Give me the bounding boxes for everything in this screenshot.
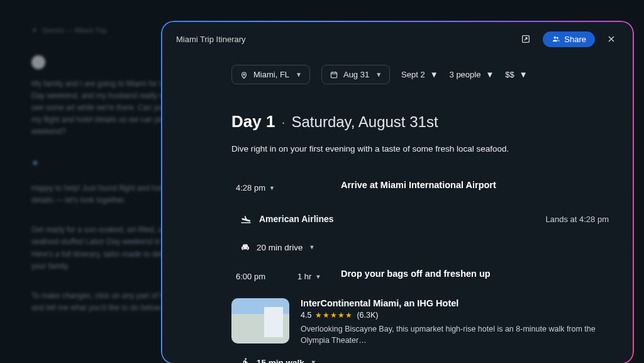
hotel-thumbnail — [231, 298, 289, 343]
share-button[interactable]: Share — [543, 31, 595, 47]
hotel-description: Overlooking Biscayne Bay, this upmarket … — [301, 323, 602, 346]
hotel-rating: 4.5 ★★★★★ (6.3K) — [301, 311, 609, 320]
calendar-icon — [330, 70, 338, 79]
hotel-name: InterContinental Miami, an IHG Hotel — [301, 298, 609, 308]
location-chip[interactable]: Miami, FL ▼ — [231, 65, 310, 84]
panel-actions: Share — [518, 31, 619, 47]
bg-avatar — [31, 55, 45, 69]
airline-row[interactable]: American Airlines Lands at 4:28 pm — [231, 209, 609, 228]
chevron-down-icon: ▼ — [315, 274, 321, 280]
drive-row[interactable]: 20 min drive ▼ — [231, 240, 609, 255]
svg-point-3 — [243, 74, 245, 75]
flight-land-icon — [240, 213, 252, 225]
walk-icon — [240, 357, 250, 363]
pin-icon — [240, 70, 248, 79]
budget-chip[interactable]: $$ ▼ — [505, 70, 527, 79]
svg-rect-4 — [331, 72, 336, 77]
itinerary-row-arrive: 4:28 pm ▼ Arrive at Miami International … — [231, 180, 609, 196]
day-label: Day 1 — [231, 112, 275, 131]
day-date: Saturday, August 31st — [292, 113, 438, 131]
bags-duration: 1 hr — [297, 272, 311, 281]
drive-label: 20 min drive — [257, 243, 303, 252]
arrive-time-chip[interactable]: 4:28 pm ▼ — [231, 180, 279, 196]
chevron-down-icon: ▼ — [269, 185, 275, 191]
car-icon — [240, 242, 250, 252]
itinerary-panel: Miami Trip Itinerary Share — [162, 22, 633, 363]
arrive-title: Arrive at Miami International Airport — [341, 180, 496, 190]
chevron-down-icon: ▼ — [309, 244, 315, 250]
dot-separator: · — [281, 114, 285, 131]
chevron-down-icon: ▼ — [430, 70, 438, 79]
people-chip[interactable]: 3 people ▼ — [450, 70, 494, 79]
location-label: Miami, FL — [253, 70, 289, 79]
day-heading: Day 1 · Saturday, August 31st — [231, 112, 609, 131]
chevron-down-icon: ▼ — [519, 70, 528, 79]
budget-label: $$ — [505, 70, 514, 79]
bags-title: Drop your bags off and freshen up — [341, 269, 491, 279]
arrive-time: 4:28 pm — [236, 183, 265, 193]
chevron-down-icon: ▼ — [375, 71, 382, 78]
filter-row: Miami, FL ▼ Aug 31 ▼ Sept 2 ▼ 3 people ▼… — [231, 65, 609, 84]
svg-point-1 — [554, 36, 557, 39]
panel-header: Miami Trip Itinerary Share — [162, 22, 633, 53]
share-label: Share — [564, 35, 586, 44]
people-label: 3 people — [450, 70, 481, 79]
walk-label: 15 min walk — [257, 358, 304, 363]
close-icon — [606, 34, 616, 44]
chevron-down-icon: ▼ — [296, 71, 302, 78]
chevron-down-icon: ▼ — [486, 70, 494, 79]
lands-at: Lands at 4:28 pm — [546, 215, 609, 224]
hotel-info: InterContinental Miami, an IHG Hotel 4.5… — [301, 298, 609, 346]
svg-point-5 — [245, 359, 247, 360]
panel-body: Miami, FL ▼ Aug 31 ▼ Sept 2 ▼ 3 people ▼… — [162, 53, 633, 363]
end-date-chip[interactable]: Sept 2 ▼ — [401, 70, 438, 79]
chevron-down-icon: ▼ — [311, 359, 316, 363]
hotel-rating-value: 4.5 — [301, 311, 311, 320]
hotel-card[interactable]: InterContinental Miami, an IHG Hotel 4.5… — [231, 298, 609, 346]
start-date-chip[interactable]: Aug 31 ▼ — [321, 65, 390, 84]
start-date-label: Aug 31 — [343, 70, 369, 79]
hotel-reviews: (6.3K) — [357, 311, 378, 320]
bags-duration-chip[interactable]: 1 hr ▼ — [293, 269, 325, 284]
itinerary-row-bags: 6:00 pm 1 hr ▼ Drop your bags off and fr… — [231, 269, 609, 284]
close-button[interactable] — [604, 34, 619, 44]
end-date-label: Sept 2 — [401, 70, 425, 79]
bags-time-chip[interactable]: 6:00 pm — [231, 269, 270, 284]
walk-row[interactable]: 15 min walk ▼ — [231, 355, 609, 363]
people-icon — [552, 35, 560, 43]
open-external-button[interactable] — [518, 31, 534, 47]
svg-point-2 — [557, 37, 558, 39]
airline-name: American Airlines — [259, 214, 334, 224]
day-subtitle: Dive right in on your first evening with… — [231, 144, 609, 154]
bags-time: 6:00 pm — [236, 272, 265, 281]
panel-title: Miami Trip Itinerary — [176, 35, 246, 44]
star-icons: ★★★★★ — [315, 311, 353, 320]
